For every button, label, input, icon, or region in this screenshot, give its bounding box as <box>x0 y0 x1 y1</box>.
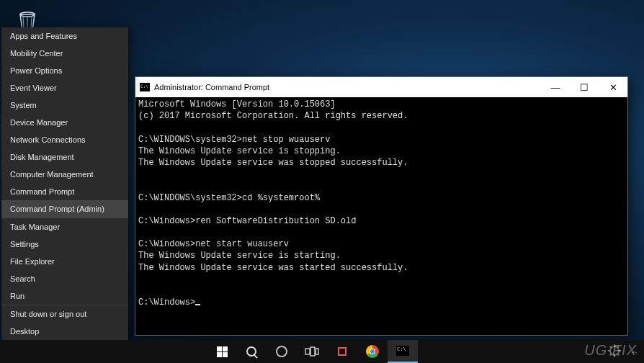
taskbar-cmd[interactable]: C:\ <box>388 340 418 363</box>
winx-network-connections[interactable]: Network Connections <box>1 131 128 148</box>
taskbar-center: C:\ <box>207 340 418 363</box>
taskbar-app-1[interactable] <box>327 340 357 363</box>
start-button[interactable] <box>207 340 236 363</box>
winx-apps-and-features[interactable]: Apps and Features <box>1 27 128 45</box>
cmd-cursor <box>195 304 200 305</box>
svg-line-11 <box>610 354 612 356</box>
cortana-icon <box>276 346 287 357</box>
svg-line-9 <box>610 346 612 348</box>
windows-logo-icon <box>217 346 228 357</box>
winx-event-viewer[interactable]: Event Viewer <box>1 79 128 97</box>
svg-rect-2 <box>310 347 315 356</box>
chrome-icon <box>366 345 379 358</box>
cmd-titlebar[interactable]: Administrator: Command Prompt — ☐ ✕ <box>135 77 627 97</box>
winx-system[interactable]: System <box>1 97 128 114</box>
winx-command-prompt[interactable]: Command Prompt <box>1 183 128 200</box>
cmd-prompt: C:\Windows> <box>138 297 195 308</box>
cmd-window: Administrator: Command Prompt — ☐ ✕ Micr… <box>135 76 628 336</box>
task-view-icon <box>305 346 319 357</box>
winx-device-manager[interactable]: Device Manager <box>1 114 128 131</box>
winx-settings[interactable]: Settings <box>1 236 128 253</box>
winx-desktop[interactable]: Desktop <box>1 323 128 340</box>
cmd-prompt: C:\WINDOWS\system32> <box>138 193 242 203</box>
cmd-output: The Windows Update service is starting. <box>138 251 341 261</box>
cmd-prompt: C:\Windows> <box>138 239 195 249</box>
cmd-output: The Windows Update service is stopping. <box>138 146 341 156</box>
cmd-output: The Windows Update service was stopped s… <box>138 158 408 168</box>
cmd-body[interactable]: Microsoft Windows [Version 10.0.15063] (… <box>135 97 627 335</box>
svg-line-12 <box>618 346 620 348</box>
taskbar-task-view[interactable] <box>297 340 327 363</box>
taskbar-search[interactable] <box>236 340 267 363</box>
cmd-prompt: C:\WINDOWS\system32> <box>138 135 242 145</box>
cmd-input: cd %systemroot% <box>242 193 320 203</box>
winx-computer-management[interactable]: Computer Management <box>1 166 128 183</box>
winx-search[interactable]: Search <box>1 270 128 287</box>
cmd-icon <box>140 83 150 91</box>
close-button[interactable]: ✕ <box>599 77 627 97</box>
cmd-taskbar-icon: C:\ <box>397 346 406 352</box>
winx-command-prompt-admin[interactable]: Command Prompt (Admin) <box>1 200 128 218</box>
taskbar-cortana[interactable] <box>267 340 297 363</box>
taskbar-chrome[interactable] <box>357 340 388 363</box>
cmd-line: (c) 2017 Microsoft Corporation. All righ… <box>138 111 408 121</box>
svg-rect-3 <box>316 349 318 354</box>
watermark: UG FIX <box>584 342 637 359</box>
winx-task-manager[interactable]: Task Manager <box>1 218 128 236</box>
svg-point-4 <box>610 346 619 355</box>
cmd-input: ren SoftwareDistribution SD.old <box>195 216 356 226</box>
gear-icon <box>607 344 622 358</box>
winx-run[interactable]: Run <box>1 287 128 305</box>
winx-mobility-center[interactable]: Mobility Center <box>1 45 128 62</box>
cmd-input: net start wuauserv <box>195 239 289 249</box>
winx-file-explorer[interactable]: File Explorer <box>1 253 128 270</box>
search-icon <box>246 346 256 357</box>
winx-power-options[interactable]: Power Options <box>1 62 128 79</box>
winx-shutdown[interactable]: Shut down or sign out <box>1 305 128 323</box>
svg-line-10 <box>618 354 620 356</box>
minimize-button[interactable]: — <box>541 77 570 97</box>
app-icon <box>338 347 346 356</box>
taskbar: C:\ ︿ <box>0 340 644 363</box>
cmd-title: Administrator: Command Prompt <box>154 83 269 91</box>
cmd-output: The Windows Update service was started s… <box>138 263 408 273</box>
maximize-button[interactable]: ☐ <box>570 77 599 97</box>
svg-rect-1 <box>305 349 310 354</box>
cmd-prompt: C:\Windows> <box>138 216 195 226</box>
cmd-line: Microsoft Windows [Version 10.0.15063] <box>138 99 336 109</box>
winx-menu: Apps and Features Mobility Center Power … <box>1 27 128 340</box>
winx-disk-management[interactable]: Disk Management <box>1 148 128 166</box>
cmd-input: net stop wuauserv <box>242 135 330 145</box>
